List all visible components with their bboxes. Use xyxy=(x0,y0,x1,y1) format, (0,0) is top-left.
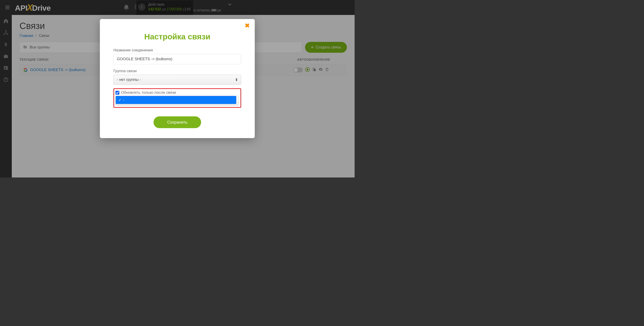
modal-title: Настройка связи xyxy=(114,32,241,41)
name-label: Название соединения xyxy=(114,48,241,52)
select-arrows-icon: ▲▼ xyxy=(235,78,238,81)
connection-name-input[interactable] xyxy=(114,54,241,64)
after-link-highlight: Обновлять только после связи ▲▼ ✓ - xyxy=(114,88,241,108)
save-button[interactable]: Сохранить xyxy=(154,116,201,128)
group-label: Группа связи xyxy=(114,69,241,73)
update-after-link-checkbox[interactable] xyxy=(116,91,119,95)
group-select[interactable]: - нет группы - ▲▼ xyxy=(114,75,241,85)
after-link-dropdown: ✓ - xyxy=(116,96,236,104)
connection-settings-modal: ✖ Настройка связи Название соединения Гр… xyxy=(100,19,255,138)
check-icon: ✓ xyxy=(118,98,121,102)
dropdown-option[interactable]: ✓ - xyxy=(116,96,236,104)
close-icon[interactable]: ✖ xyxy=(245,22,250,29)
update-after-link-label[interactable]: Обновлять только после связи xyxy=(121,90,176,95)
